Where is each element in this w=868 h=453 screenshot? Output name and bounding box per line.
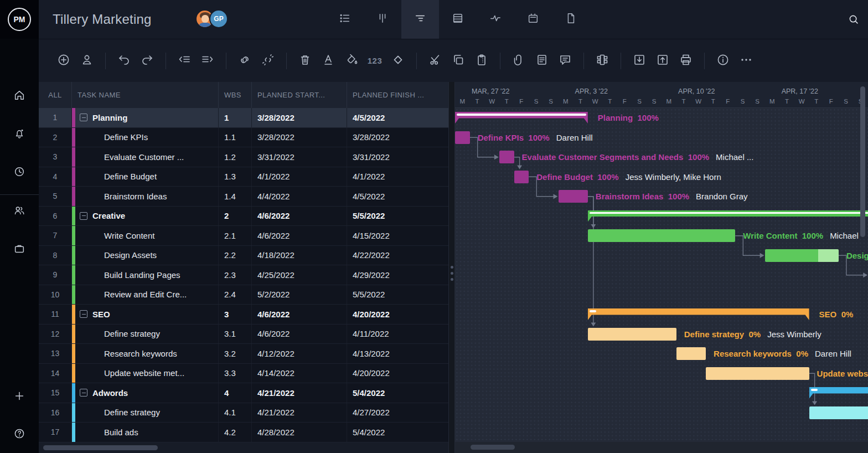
task-name-cell[interactable]: Build Landing Pages	[75, 265, 219, 285]
wbs-cell[interactable]: 2.2	[219, 246, 252, 265]
table-row-6[interactable]: 6Creative24/6/20225/5/2022	[39, 207, 448, 226]
column-task-name[interactable]: TASK NAME	[72, 82, 219, 108]
add-task-button[interactable]	[55, 53, 72, 69]
summary-bar-row-6[interactable]	[588, 210, 868, 222]
notes-button[interactable]	[534, 53, 550, 69]
planned-start-cell[interactable]: 4/6/2022	[252, 226, 347, 245]
table-row-9[interactable]: 9Build Landing Pages2.34/25/20224/29/202…	[39, 265, 448, 285]
search-icon[interactable]	[839, 0, 868, 39]
tab-gantt[interactable]	[401, 0, 439, 39]
planned-start-cell[interactable]: 4/1/2022	[252, 167, 347, 187]
planned-finish-cell[interactable]: 4/27/2022	[347, 403, 448, 423]
wbs-cell[interactable]: 1.3	[219, 167, 252, 187]
planned-start-cell[interactable]: 3/31/2022	[252, 147, 347, 167]
tab-sheet[interactable]	[439, 0, 477, 39]
table-row-13[interactable]: 13Research keywords3.24/12/20224/13/2022	[39, 344, 448, 364]
column-wbs[interactable]: WBS	[219, 82, 252, 108]
table-row-3[interactable]: 3Evaluate Customer ...1.23/31/20223/31/2…	[39, 147, 448, 167]
task-name-cell[interactable]: Adwords	[75, 383, 219, 403]
link-tasks-button[interactable]	[236, 53, 253, 69]
attachment-button[interactable]	[510, 53, 527, 69]
more-button[interactable]	[738, 53, 755, 69]
table-row-12[interactable]: 12Define strategy3.14/6/20224/11/2022	[39, 325, 448, 344]
wbs-cell[interactable]: 3	[219, 305, 252, 324]
task-name-cell[interactable]: Design Assets	[75, 246, 219, 265]
sidebar-add-button[interactable]	[0, 385, 39, 409]
sidebar-home-button[interactable]	[0, 84, 39, 109]
task-name-cell[interactable]: Build ads	[75, 423, 219, 442]
task-bar-row-5[interactable]	[559, 190, 588, 203]
task-name-cell[interactable]: Review and Edit Cre...	[75, 285, 219, 305]
planned-start-cell[interactable]: 4/6/2022	[252, 325, 347, 344]
wbs-cell[interactable]: 2.3	[219, 265, 252, 285]
text-color-button[interactable]	[320, 53, 337, 69]
planned-start-cell[interactable]: 5/2/2022	[252, 285, 347, 305]
gantt-vscrollbar-thumb[interactable]	[860, 86, 865, 237]
task-bar-row-4[interactable]	[514, 171, 529, 183]
task-bar-row-2[interactable]	[455, 131, 470, 144]
pm-logo[interactable]: PM	[0, 0, 39, 39]
wbs-cell[interactable]: 2	[219, 207, 252, 226]
wbs-cell[interactable]: 1.1	[219, 128, 252, 147]
task-name-cell[interactable]: Evaluate Customer ...	[75, 147, 219, 167]
collapse-icon[interactable]	[80, 389, 87, 397]
task-bar-row-3[interactable]	[499, 151, 514, 163]
task-bar-row-12[interactable]	[588, 328, 676, 341]
planned-start-cell[interactable]: 4/6/2022	[252, 207, 347, 226]
sidebar-team-button[interactable]	[0, 199, 39, 224]
undo-button[interactable]	[116, 53, 132, 69]
planned-finish-cell[interactable]: 4/1/2022	[347, 167, 448, 187]
project-members[interactable]: GP	[195, 9, 228, 28]
table-row-1[interactable]: 1Planning13/28/20224/5/2022	[39, 108, 448, 128]
task-name-cell[interactable]: Planning	[75, 108, 219, 127]
select-all-header[interactable]: ALL	[39, 82, 72, 108]
table-row-15[interactable]: 15Adwords44/21/20225/4/2022	[39, 383, 448, 403]
comment-button[interactable]	[557, 53, 574, 69]
import-button[interactable]	[631, 53, 648, 69]
wbs-cell[interactable]: 1.2	[219, 147, 252, 167]
planned-start-cell[interactable]: 4/21/2022	[252, 383, 347, 403]
task-name-cell[interactable]: Define strategy	[75, 325, 219, 344]
table-row-14[interactable]: 14Update website met...3.34/14/20224/20/…	[39, 364, 448, 384]
gantt-hscrollbar-thumb[interactable]	[471, 445, 515, 450]
redo-button[interactable]	[139, 53, 156, 69]
planned-finish-cell[interactable]: 3/28/2022	[347, 128, 448, 147]
wbs-cell[interactable]: 1.4	[219, 187, 252, 206]
columns-button[interactable]	[594, 53, 611, 69]
sidebar-portfolio-button[interactable]	[0, 238, 39, 262]
summary-bar-row-11[interactable]	[588, 308, 809, 320]
tab-documents[interactable]	[552, 0, 590, 39]
task-name-cell[interactable]: Research keywords	[75, 344, 219, 363]
collapse-icon[interactable]	[80, 310, 87, 318]
planned-start-cell[interactable]: 4/4/2022	[252, 187, 347, 206]
task-bar-row-8[interactable]	[765, 249, 839, 262]
indent-button[interactable]	[199, 53, 216, 69]
wbs-cell[interactable]: 3.2	[219, 344, 252, 363]
wbs-cell[interactable]: 2.4	[219, 285, 252, 305]
table-row-16[interactable]: 16Define strategy4.14/21/20224/27/2022	[39, 403, 448, 423]
table-row-7[interactable]: 7Write Content2.14/6/20224/15/2022	[39, 226, 448, 246]
unlink-tasks-button[interactable]	[260, 53, 276, 69]
planned-finish-cell[interactable]: 5/4/2022	[347, 423, 448, 442]
summary-bar-row-1[interactable]	[455, 112, 588, 123]
task-name-cell[interactable]: Brainstorm Ideas	[75, 187, 219, 206]
wbs-cell[interactable]: 3.1	[219, 325, 252, 344]
table-hscrollbar-thumb[interactable]	[43, 445, 158, 450]
info-button[interactable]	[715, 53, 731, 69]
paste-button[interactable]	[473, 53, 490, 69]
wbs-cell[interactable]: 4	[219, 383, 252, 403]
planned-start-cell[interactable]: 4/21/2022	[252, 403, 347, 423]
collapse-icon[interactable]	[80, 114, 87, 121]
task-bar-row-7[interactable]	[588, 229, 736, 242]
milestone-button[interactable]	[390, 53, 406, 69]
planned-finish-cell[interactable]: 4/5/2022	[347, 187, 448, 206]
task-name-cell[interactable]: Update website met...	[75, 364, 219, 383]
table-row-8[interactable]: 8Design Assets2.24/18/20224/22/2022	[39, 246, 448, 266]
table-row-2[interactable]: 2Define KPIs1.13/28/20223/28/2022	[39, 128, 448, 148]
table-row-4[interactable]: 4Define Budget1.34/1/20224/1/2022	[39, 167, 448, 187]
print-button[interactable]	[678, 53, 694, 69]
planned-finish-cell[interactable]: 5/4/2022	[347, 383, 448, 403]
planned-start-cell[interactable]: 4/18/2022	[252, 246, 347, 265]
table-row-5[interactable]: 5Brainstorm Ideas1.44/4/20224/5/2022	[39, 187, 448, 207]
collapse-icon[interactable]	[80, 212, 87, 220]
